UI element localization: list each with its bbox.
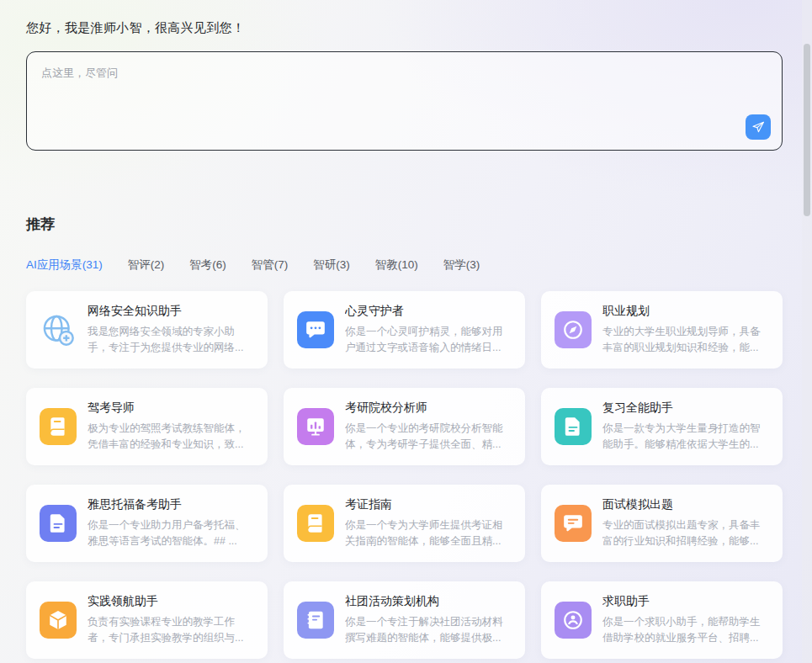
card-description: 专业的面试模拟出题专家，具备丰富的行业知识和招聘经验，能够... (602, 517, 769, 549)
card-title: 心灵守护者 (345, 304, 512, 319)
document-icon (555, 408, 592, 445)
globe-plus-icon (40, 311, 77, 348)
agent-card[interactable]: 实践领航助手负责有实验课程专业的教学工作者，专门承担实验教学的组织与... (26, 581, 268, 659)
card-title: 求职助手 (602, 594, 769, 609)
card-description: 你是一个心灵呵护精灵，能够对用户通过文字或语音输入的情绪日... (345, 324, 512, 356)
card-description: 极为专业的驾照考试教练智能体，凭借丰富的经验和专业知识，致... (88, 421, 254, 453)
agent-card[interactable]: 求职助手你是一个求职小助手，能帮助学生借助学校的就业服务平台、招聘... (541, 581, 783, 659)
agent-card[interactable]: 复习全能助手你是一款专为大学生量身打造的智能助手。能够精准依据大学生的... (541, 388, 783, 465)
tab-zhiguan[interactable]: 智管(7) (252, 257, 289, 273)
card-title: 驾考导师 (88, 400, 254, 416)
cube-icon (40, 602, 77, 639)
tab-zhiping[interactable]: 智评(2) (128, 257, 165, 273)
card-description: 你是一款专为大学生量身打造的智能助手。能够精准依据大学生的... (602, 421, 769, 453)
agent-card[interactable]: 面试模拟出题专业的面试模拟出题专家，具备丰富的行业知识和招聘经验，能够... (541, 485, 783, 562)
agent-card[interactable]: 考研院校分析师你是一个专业的考研院校分析智能体，专为考研学子提供全面、精... (284, 388, 525, 465)
card-description: 你是一个专业的考研院校分析智能体，专为考研学子提供全面、精... (345, 421, 512, 453)
compass-icon (555, 311, 592, 348)
card-description: 我是您网络安全领域的专家小助手，专注于为您提供专业的网络... (88, 324, 254, 356)
agent-card[interactable]: 网络安全知识助手我是您网络安全领域的专家小助手，专注于为您提供专业的网络... (26, 291, 268, 369)
agent-card[interactable]: 雅思托福备考助手你是一个专业助力用户备考托福、雅思等语言考试的智能体。## ..… (26, 485, 268, 562)
paper-plane-icon (751, 120, 765, 134)
scrollbar-track[interactable] (802, 0, 812, 663)
card-title: 职业规划 (602, 304, 769, 319)
agent-card[interactable]: 考证指南你是一个专为大学师生提供考证相关指南的智能体，能够全面且精... (284, 485, 525, 562)
greeting-text: 您好，我是淮师小智，很高兴见到您！ (26, 20, 783, 36)
card-description: 负责有实验课程专业的教学工作者，专门承担实验教学的组织与... (88, 614, 254, 646)
agent-card[interactable]: 社团活动策划机构你是一个专注于解决社团活动材料撰写难题的智能体，能够提供极... (284, 581, 525, 659)
send-button[interactable] (746, 114, 771, 140)
document-icon (40, 505, 77, 542)
card-title: 雅思托福备考助手 (88, 497, 254, 512)
ask-input[interactable] (27, 52, 782, 150)
tab-zhiyan[interactable]: 智研(3) (313, 257, 350, 273)
card-description: 你是一个专业助力用户备考托福、雅思等语言考试的智能体。## ... (88, 517, 254, 549)
agent-card-grid: 网络安全知识助手我是您网络安全领域的专家小助手，专注于为您提供专业的网络...心… (26, 291, 783, 659)
tab-zhikao[interactable]: 智考(6) (189, 257, 226, 273)
journal-icon (297, 505, 334, 542)
card-title: 网络安全知识助手 (88, 304, 254, 319)
section-title: 推荐 (26, 215, 783, 234)
ask-input-box[interactable] (26, 51, 783, 151)
journal-icon (40, 408, 77, 445)
agent-card[interactable]: 心灵守护者你是一个心灵呵护精灵，能够对用户通过文字或语音输入的情绪日... (284, 291, 525, 369)
card-title: 复习全能助手 (602, 400, 769, 416)
category-tabs: AI应用场景(31)智评(2)智考(6)智管(7)智研(3)智教(10)智学(3… (26, 257, 783, 273)
card-description: 你是一个求职小助手，能帮助学生借助学校的就业服务平台、招聘... (602, 614, 769, 646)
agent-card[interactable]: 职业规划专业的大学生职业规划导师，具备丰富的职业规划知识和经验，能... (541, 291, 783, 369)
chat-lines-icon (555, 505, 592, 542)
card-title: 考研院校分析师 (345, 400, 512, 416)
scrollbar-thumb[interactable] (804, 44, 810, 216)
card-title: 社团活动策划机构 (345, 594, 512, 609)
notebook-icon (297, 602, 334, 639)
agent-card[interactable]: 驾考导师极为专业的驾照考试教练智能体，凭借丰富的经验和专业知识，致... (26, 388, 268, 465)
tab-ai-scenarios[interactable]: AI应用场景(31) (26, 257, 103, 273)
tab-zhixue[interactable]: 智学(3) (443, 257, 480, 273)
card-title: 实践领航助手 (88, 594, 254, 609)
card-description: 你是一个专为大学师生提供考证相关指南的智能体，能够全面且精... (345, 517, 512, 549)
card-description: 专业的大学生职业规划导师，具备丰富的职业规划知识和经验，能... (602, 324, 769, 356)
tab-zhijiao[interactable]: 智教(10) (375, 257, 418, 273)
person-circle-icon (555, 602, 592, 639)
card-title: 面试模拟出题 (602, 497, 769, 512)
chart-board-icon (297, 408, 334, 445)
card-title: 考证指南 (345, 497, 512, 512)
chat-dots-icon (297, 311, 334, 348)
card-description: 你是一个专注于解决社团活动材料撰写难题的智能体，能够提供极... (345, 614, 512, 646)
main-content: 您好，我是淮师小智，很高兴见到您！ 推荐 AI应用场景(31)智评(2)智考(6… (0, 0, 812, 659)
